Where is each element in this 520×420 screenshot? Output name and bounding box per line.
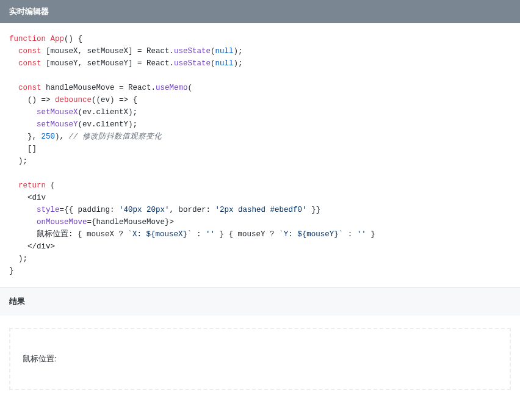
code-token: const (9, 59, 42, 68)
code-token: : (192, 230, 206, 239)
code-token: '40px 20px' (119, 206, 170, 214)
code-token: const (9, 47, 42, 56)
code-token: [mouseY, setMouseY] = React. (42, 59, 175, 68)
code-token: [mouseX, setMouseX] = React. (42, 47, 175, 56)
code-token: useState (174, 47, 211, 56)
code-token: `X: ${mouseX}` (128, 230, 192, 239)
code-token: style (37, 206, 60, 214)
result-output-text: 鼠标位置: (23, 354, 57, 363)
code-editor[interactable]: function App() { const [mouseX, setMouse… (0, 23, 520, 287)
code-token: } (9, 267, 14, 275)
code-token: ( (46, 181, 55, 190)
code-token: setMouseY (9, 120, 78, 129)
code-token: ); (9, 255, 27, 263)
code-token: ); (234, 59, 243, 68)
code-token: ((ev) => { (92, 96, 137, 104)
code-token (9, 206, 37, 214)
code-token: } { mouseY ? (215, 230, 279, 239)
code-token: ( (188, 84, 193, 92)
code-token: }, (9, 132, 42, 141)
code-token: useMemo (156, 84, 188, 92)
code-token: [] (9, 145, 37, 153)
code-token: handleMouseMove = React. (42, 84, 156, 92)
code-token: '' (206, 230, 215, 239)
code-token: setMouseX (9, 108, 78, 117)
code-token: ), (55, 132, 69, 141)
code-token: App (46, 35, 64, 43)
result-body: 鼠标位置: (0, 316, 520, 402)
editor-title: 实时编辑器 (9, 7, 49, 16)
code-token: ); (9, 157, 27, 165)
code-token: ={handleMouseMove}> (87, 218, 175, 226)
result-header: 结果 (0, 287, 520, 316)
code-token (9, 218, 37, 226)
code-token: `Y: ${mouseY}` (279, 230, 343, 239)
code-token: '' (357, 230, 366, 239)
code-token: null (215, 47, 234, 56)
code-token: null (215, 59, 234, 68)
code-token: ); (234, 47, 243, 56)
code-token: const (9, 84, 42, 92)
code-token: }} (307, 206, 321, 214)
code-token: ={{ padding: (60, 206, 120, 214)
code-token: ( (211, 59, 215, 68)
code-token: } (366, 230, 375, 239)
code-token: (ev.clientX); (78, 108, 138, 117)
code-token: 鼠标位置: { mouseX ? (9, 230, 128, 239)
code-token: debounce (55, 96, 92, 104)
code-token: , border: (170, 206, 215, 214)
code-token: ( (211, 47, 215, 56)
editor-header: 实时编辑器 (0, 0, 520, 23)
code-token: useState (174, 59, 211, 68)
code-token: (ev.clientY); (78, 120, 138, 129)
code-token: onMouseMove (37, 218, 87, 226)
code-token: : (343, 230, 357, 239)
code-token: () { (64, 35, 82, 43)
code-token: <div (9, 194, 46, 202)
code-token: '2px dashed #ebedf0' (215, 206, 307, 214)
code-token: function (9, 35, 46, 43)
code-token: return (9, 181, 46, 190)
code-token: // 修改防抖数值观察变化 (69, 132, 162, 141)
code-token: 250 (42, 132, 56, 141)
result-output-box[interactable]: 鼠标位置: (9, 328, 511, 390)
result-title: 结果 (9, 297, 25, 306)
code-token: () => (9, 96, 55, 104)
code-token: </div> (9, 242, 55, 251)
